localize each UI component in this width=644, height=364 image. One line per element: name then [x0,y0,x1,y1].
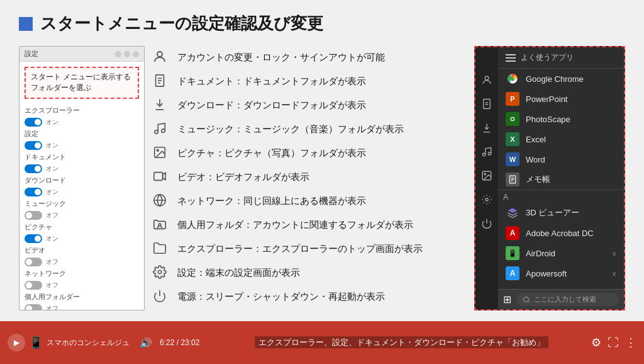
powerpoint-icon: P [506,92,519,106]
sidebar-settings-icon[interactable] [479,192,494,207]
toggle-row-music[interactable]: オフ [19,210,144,220]
settings-item-network: ネットワーク [19,267,144,280]
settings-item-personal-folder: 個人用フォルダー [19,290,144,304]
list-item-download: ダウンロード：ダウンロードフォルダが表示 [151,94,462,115]
toggle-row-picture[interactable]: オン [19,234,144,244]
svg-point-34 [524,297,529,302]
toggle-network[interactable] [25,281,42,290]
airdroid-expand-arrow: ∨ [612,250,616,257]
personal-folder-icon [151,215,169,233]
sidebar-document-icon[interactable] [479,96,494,111]
channel-logo: 📱 [29,336,43,350]
music-icon [151,120,169,137]
app-item-3d[interactable]: 3D ビューアー [498,203,624,223]
settings-item-explorer: エクスプローラー [19,104,144,117]
settings-gear-icon[interactable]: ⚙ [591,336,601,350]
app-item-acrobat[interactable]: A Adobe Acrobat DC [498,223,624,243]
hamburger-icon[interactable] [506,54,516,62]
app-item-apple-update[interactable]: Apple Software Update [498,283,624,289]
power-icon [151,287,169,305]
app-airdroid-label: AirDroid [526,249,555,258]
toggle-settings[interactable] [25,141,42,150]
list-item-picture: ピクチャ：ピクチャ（写真）フォルダが表示 [151,142,462,163]
toggle-row-explorer[interactable]: オン [19,117,144,127]
settings-item-music: ミュージック [19,197,144,210]
svg-point-24 [486,198,489,202]
app-item-excel[interactable]: X Excel [498,129,624,149]
list-item-video: ビデオ：ビデオフォルダが表示 [151,166,462,187]
settings-item-documents: ドキュメント [19,151,144,164]
app-item-chrome[interactable]: Google Chrome [498,69,624,89]
titlebar-close[interactable] [133,51,139,57]
settings-highlight-text: スタート メニューに表示するフォルダーを選ぶ [31,72,133,94]
toggle-row-settings[interactable]: オン [19,140,144,151]
settings-title-label: 設定 [25,49,38,59]
explorer-icon [151,239,169,257]
app-excel-label: Excel [526,135,546,144]
sidebar-music-icon[interactable] [479,144,494,159]
app-item-powerpoint[interactable]: P PowerPoint [498,89,624,109]
sidebar-power-icon[interactable] [479,216,494,231]
list-item-settings: 設定：端末の設定画面が表示 [151,261,462,283]
volume-icon[interactable]: 🔊 [140,337,152,349]
titlebar-minimize[interactable] [115,51,121,57]
settings-panel: 設定 スタート メニューに表示するフォルダーを選ぶ エクスプローラー オン 設定 [19,46,145,310]
sidebar-person-icon[interactable] [479,72,494,88]
svg-point-29 [511,118,514,120]
start-menu-panel: よく使うアプリ [474,46,625,310]
toggle-explorer[interactable] [25,118,42,127]
svg-point-20 [482,153,486,156]
section-a-label: A [498,190,624,203]
apowersoft-expand-arrow: ∨ [612,270,616,277]
start-menu-apps-list: Google Chrome P PowerPoint P [498,69,624,289]
win-taskbar-strip: ⊞ ここに入力して検索 [498,289,624,309]
app-item-airdroid[interactable]: 📱 AirDroid ∨ [498,243,624,263]
toggle-download[interactable] [25,188,42,196]
taskbar-right-controls: ⚙ ⛶ ⋮ [591,336,636,350]
sidebar-download-icon[interactable] [479,120,494,135]
titlebar-controls [115,51,139,57]
fullscreen-icon[interactable]: ⛶ [608,336,619,350]
search-bar[interactable]: ここに入力して検索 [516,293,619,306]
svg-point-6 [155,130,158,134]
app-apowersoft-label: Apowersoft [526,269,567,278]
app-photoscpe-label: PhotoScape [526,115,570,124]
app-chrome-label: Google Chrome [526,74,584,84]
app-item-apowersoft[interactable]: A Apowersoft ∨ [498,263,624,283]
excel-icon: X [506,132,519,146]
app-item-notepad[interactable]: メモ帳 [498,169,624,190]
toggle-documents[interactable] [25,164,42,173]
settings-item-download: ダウンロード [19,174,144,187]
sidebar-picture-icon[interactable] [479,168,494,183]
svg-point-15 [485,76,489,80]
airdroid-icon: 📱 [506,246,519,260]
play-button[interactable]: ▶ [8,334,25,351]
svg-point-23 [484,173,486,174]
menu-dots-icon[interactable]: ⋮ [625,336,636,350]
toggle-row-video[interactable]: オフ [19,257,144,267]
app-powerpoint-label: PowerPoint [526,94,567,104]
app-item-photoscpe[interactable]: PhotoScape [498,109,624,129]
toggle-personal-folder[interactable] [25,304,42,311]
toggle-row-network[interactable]: オフ [19,280,144,290]
svg-rect-16 [484,100,491,109]
toggle-picture[interactable] [25,234,42,243]
titlebar-maximize[interactable] [124,51,130,57]
toggle-music[interactable] [25,211,42,220]
3d-icon [506,206,519,220]
toggle-row-personal-folder[interactable]: オフ [19,304,144,311]
svg-point-7 [162,129,165,133]
picture-icon [151,144,169,161]
toggle-row-download[interactable]: オン [19,187,144,197]
toggle-video[interactable] [25,258,42,266]
windows-logo[interactable]: ⊞ [503,293,511,305]
settings-item-picture: ピクチャ [19,220,144,234]
page-title-area: スタートメニューの設定確認及び変更 [19,13,625,35]
list-item-power: 電源：スリープ・シャットダウン・再起動が表示 [151,285,462,307]
start-menu-header: よく使うアプリ [498,47,624,69]
toggle-row-documents[interactable]: オン [19,164,144,174]
search-icon [523,296,530,304]
list-item-personal-folder: 個人用フォルダ：アカウントに関連するフォルダが表示 [151,213,462,235]
app-item-word[interactable]: W Word [498,149,624,169]
center-list: アカウントの変更・ロック・サインアウトが可能 ドキュメント：ドキュメントフォルダ… [151,46,468,310]
